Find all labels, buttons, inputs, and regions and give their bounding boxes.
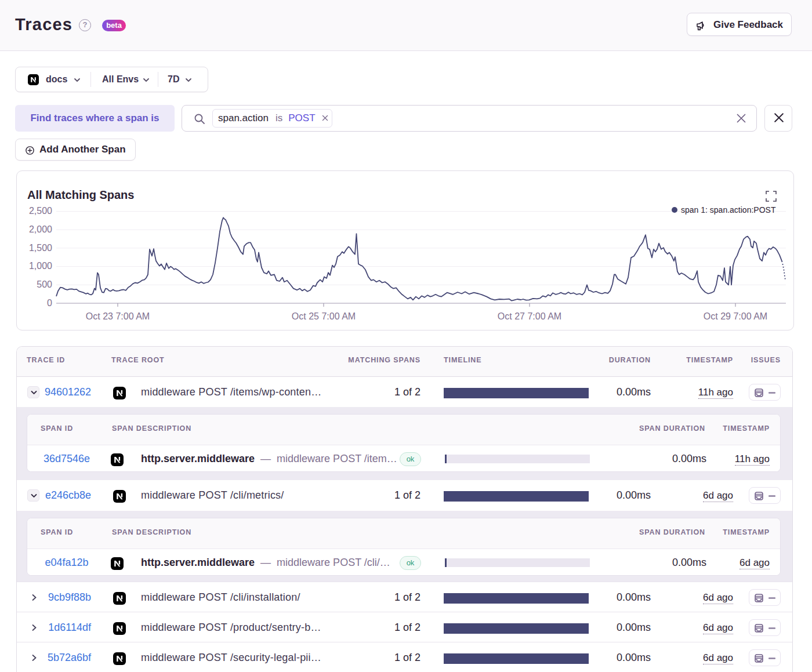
svg-text:500: 500 xyxy=(37,279,52,289)
svg-text:1,500: 1,500 xyxy=(29,243,52,253)
svg-text:Oct 29 7:00 AM: Oct 29 7:00 AM xyxy=(704,311,767,321)
svg-text:Oct 25 7:00 AM: Oct 25 7:00 AM xyxy=(292,311,356,321)
svg-text:span 1: span.action:POST: span 1: span.action:POST xyxy=(681,205,776,215)
svg-text:Oct 27 7:00 AM: Oct 27 7:00 AM xyxy=(498,311,561,321)
svg-text:2,000: 2,000 xyxy=(29,224,52,234)
svg-text:Oct 23 7:00 AM: Oct 23 7:00 AM xyxy=(86,311,150,321)
svg-text:2,500: 2,500 xyxy=(29,206,52,216)
svg-text:All Matching Spans: All Matching Spans xyxy=(27,188,134,201)
svg-text:0: 0 xyxy=(47,298,52,308)
svg-text:1,000: 1,000 xyxy=(29,261,52,271)
